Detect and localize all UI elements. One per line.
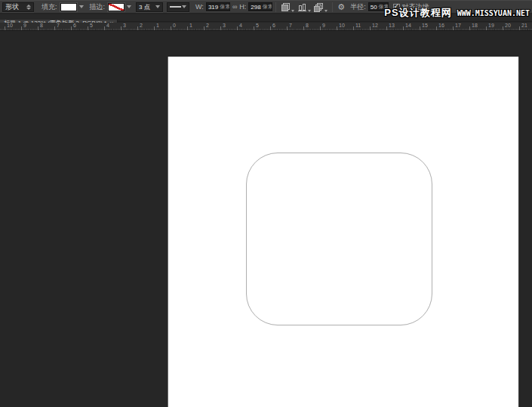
ruler-label: 21 [521,23,527,28]
ruler-tick [5,26,5,30]
width-value: 319 [208,4,218,11]
stroke-label: 描边: [90,2,106,12]
ruler-label: 6 [272,23,275,28]
ruler-tick [353,26,354,30]
ruler-tick [204,26,204,30]
width-input[interactable]: 319 像素 [206,2,230,11]
ruler-tick [320,26,321,30]
ruler-label: 3 [223,23,226,28]
ruler-tick [171,26,171,30]
ruler-label: 16 [438,23,444,28]
stroke-type-line-icon [170,6,181,8]
height-label: H: [239,3,246,11]
fill-swatch[interactable] [60,3,77,11]
ruler-tick [38,26,38,30]
path-arrange-icon [314,2,324,12]
ruler-label: 20 [505,23,511,28]
separator [275,2,276,12]
ruler-label: 13 [389,23,395,28]
ruler-tick [254,26,254,30]
width-unit: 像素 [220,3,230,11]
path-alignment-arrow-icon [308,10,311,12]
ruler-tick [337,26,337,30]
ruler-tick [121,26,121,30]
ruler-label: 9 [322,23,325,28]
ruler-label: 4 [239,23,242,28]
ruler-tick [386,26,387,30]
ruler-label: 19 [488,23,494,28]
path-operations-arrow-icon [291,10,294,12]
stroke-dropdown-arrow-icon[interactable] [127,5,131,8]
ruler-tick [137,26,138,30]
height-unit: 像素 [263,3,273,11]
ruler-label: 12 [372,23,378,28]
radius-value: 50 [371,4,377,11]
ruler-label: 5 [90,23,93,28]
ruler-tick [104,26,105,30]
stroke-width-value: 3 点 [139,3,150,11]
ruler-label: 2 [140,23,143,28]
ruler-tick [519,26,520,30]
ruler-label: 9 [23,23,26,28]
ruler-tick [453,26,454,30]
path-arrange-button[interactable] [313,2,328,13]
ruler-tick [503,26,503,30]
stroke-swatch[interactable] [108,3,125,11]
stroke-width-arrow-icon [155,5,160,8]
ruler-label: 10 [7,23,13,28]
tool-mode-select[interactable]: 形状 [2,2,34,12]
separator [332,2,333,12]
ruler-label: 8 [306,23,309,28]
watermark-url: WWW.MISSYUAN.NET [457,9,530,17]
stroke-type-select[interactable] [167,2,189,12]
ruler-label: 7 [289,23,292,28]
ruler-label: 1 [189,23,192,28]
ruler-tick [270,26,271,30]
ruler-tick [71,26,72,30]
radius-label: 半径: [350,2,366,12]
fill-label: 填充: [42,2,57,12]
watermark: PS设计教程网 WWW.MISSYUAN.NET [384,6,530,20]
horizontal-ruler[interactable]: 1098765432101234567891011121314151617181… [0,23,532,31]
ruler-label: 6 [73,23,76,28]
updown-arrows-icon [26,5,31,10]
path-arrange-arrow-icon [324,10,328,12]
stroke-width-select[interactable]: 3 点 [136,2,163,12]
ruler-tick [54,26,55,30]
gear-icon[interactable]: ⚙ [337,3,345,11]
ruler-label: 11 [355,23,361,28]
ruler-label: 8 [40,23,43,28]
link-dimensions-icon[interactable]: ∞ [232,3,237,11]
height-input[interactable]: 298 像素 [248,2,272,11]
ruler-tick [436,26,437,30]
rounded-rectangle-shape[interactable] [246,153,432,325]
ruler-label: 17 [455,23,461,28]
path-operations-button[interactable] [280,2,295,13]
ruler-tick [154,26,155,30]
ruler-label: 3 [123,23,126,28]
fill-dropdown-arrow-icon[interactable] [79,5,84,8]
ruler-label: 5 [256,23,259,28]
ruler-tick [403,26,404,30]
path-operations-icon [281,2,291,12]
tool-mode-label: 形状 [5,2,19,12]
stroke-type-arrow-icon [182,5,186,8]
path-alignment-icon [297,2,307,12]
ruler-tick [237,26,238,30]
canvas-pasteboard[interactable] [0,32,532,407]
ruler-label: 2 [206,23,209,28]
ruler-label: 10 [339,23,345,28]
ruler-tick [469,26,470,30]
ruler-tick [370,26,371,30]
ruler-label: 4 [106,23,109,28]
ruler-tick [187,26,188,30]
ruler-tick [303,26,304,30]
ruler-label: 7 [57,23,60,28]
document-canvas[interactable] [168,57,518,407]
width-label: W: [195,3,204,11]
ruler-label: 15 [422,23,428,28]
ruler-tick [21,26,22,30]
ruler-tick [220,26,221,30]
path-alignment-button[interactable] [297,2,312,13]
ruler-label: 14 [405,23,411,28]
